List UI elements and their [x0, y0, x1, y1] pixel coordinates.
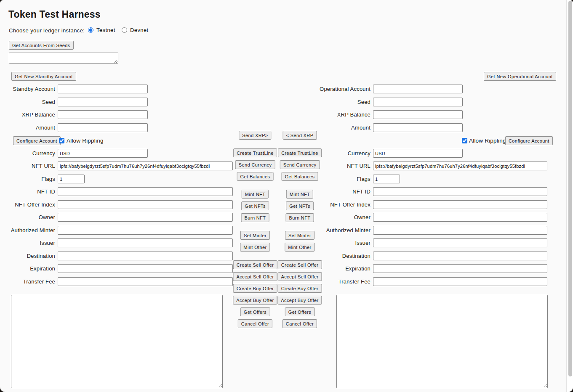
standby-flags-input[interactable]	[58, 175, 85, 183]
standby-nft-id-input[interactable]	[58, 187, 233, 196]
operational-accept-sell-offer-button[interactable]: Accept Sell Offer	[277, 272, 322, 281]
standby-allow-rippling-label: Allow Rippling	[67, 136, 104, 145]
operational-expiration-input[interactable]	[373, 264, 547, 273]
send-xrp-to-operational-button[interactable]: Send XRP>	[239, 131, 271, 140]
standby-xrp-balance-label: XRP Balance	[0, 110, 56, 119]
devnet-radio-input[interactable]	[122, 27, 127, 33]
standby-amount-input[interactable]	[58, 123, 148, 132]
operational-account-label: Operational Account	[273, 85, 372, 93]
standby-get-nfts-button[interactable]: Get NFTs	[241, 201, 269, 210]
standby-send-currency-button[interactable]: Send Currency	[235, 160, 275, 169]
standby-amount-label: Amount	[0, 123, 56, 132]
operational-transfer-fee-input[interactable]	[373, 277, 547, 286]
operational-seed-label: Seed	[273, 98, 372, 106]
standby-owner-label: Owner	[0, 213, 56, 222]
page-title: Token Test Harness	[8, 9, 101, 20]
operational-issuer-input[interactable]	[373, 238, 547, 247]
standby-transfer-fee-label: Transfer Fee	[0, 277, 56, 286]
operational-create-buy-offer-button[interactable]: Create Buy Offer	[278, 284, 322, 293]
standby-get-offers-button[interactable]: Get Offers	[240, 307, 270, 316]
operational-seed-input[interactable]	[373, 98, 463, 106]
standby-accept-buy-offer-button[interactable]: Accept Buy Offer	[233, 296, 277, 305]
standby-currency-input[interactable]	[58, 149, 148, 158]
standby-issuer-label: Issuer	[0, 238, 56, 247]
operational-create-sell-offer-button[interactable]: Create Sell Offer	[278, 260, 322, 269]
standby-create-buy-offer-button[interactable]: Create Buy Offer	[233, 284, 277, 293]
operational-mint-other-button[interactable]: Mint Other	[285, 243, 314, 252]
operational-get-offers-button[interactable]: Get Offers	[285, 307, 315, 316]
operational-owner-input[interactable]	[373, 213, 547, 222]
operational-destination-label: Destination	[273, 252, 372, 260]
vertical-scrollbar-thumb[interactable]	[568, 1, 572, 376]
standby-nft-url-label: NFT URL	[0, 162, 56, 170]
standby-burn-nft-button[interactable]: Burn NFT	[241, 213, 269, 222]
standby-cancel-offer-button[interactable]: Cancel Offer	[238, 319, 272, 328]
standby-flags-label: Flags	[0, 175, 56, 183]
standby-authorized-minter-label: Authorized Minter	[0, 226, 56, 235]
standby-xrp-balance-input[interactable]	[58, 110, 148, 119]
operational-flags-input[interactable]	[373, 175, 400, 183]
testnet-radio-label: Testnet	[96, 27, 115, 33]
operational-xrp-balance-label: XRP Balance	[273, 110, 372, 119]
standby-allow-rippling-checkbox[interactable]	[59, 138, 64, 143]
token-test-harness-page: Token Test Harness Choose your ledger in…	[0, 0, 573, 392]
operational-nft-offer-index-input[interactable]	[373, 200, 547, 209]
operational-allow-rippling-label: Allow Rippling	[469, 136, 506, 145]
operational-xrp-balance-input[interactable]	[373, 110, 463, 119]
standby-destination-input[interactable]	[58, 252, 233, 260]
standby-results-textarea[interactable]	[11, 295, 223, 388]
standby-currency-label: Currency	[0, 149, 56, 158]
seeds-textarea[interactable]	[9, 53, 118, 64]
operational-currency-input[interactable]	[373, 149, 463, 158]
standby-create-sell-offer-button[interactable]: Create Sell Offer	[233, 260, 277, 269]
operational-accept-buy-offer-button[interactable]: Accept Buy Offer	[277, 296, 322, 305]
devnet-radio-label: Devnet	[130, 27, 149, 33]
operational-destination-input[interactable]	[373, 252, 547, 260]
standby-mint-nft-button[interactable]: Mint NFT	[242, 190, 269, 199]
ledger-radio-testnet[interactable]: Testnet	[88, 27, 115, 33]
standby-account-label: Standby Account	[0, 85, 56, 93]
standby-nft-url-input[interactable]	[58, 162, 233, 170]
standby-set-minter-button[interactable]: Set Minter	[240, 231, 270, 240]
operational-account-input[interactable]	[373, 85, 463, 93]
get-new-operational-account-button[interactable]: Get New Operational Account	[484, 72, 556, 81]
standby-seed-label: Seed	[0, 98, 56, 106]
standby-issuer-input[interactable]	[58, 238, 233, 247]
standby-seed-input[interactable]	[58, 98, 148, 106]
get-new-standby-account-button[interactable]: Get New Standby Account	[11, 72, 76, 81]
ledger-instance-prompt: Choose your ledger instance:	[9, 27, 85, 34]
standby-account-input[interactable]	[58, 85, 148, 93]
standby-accept-sell-offer-button[interactable]: Accept Sell Offer	[233, 272, 277, 281]
standby-owner-input[interactable]	[58, 213, 233, 222]
standby-transfer-fee-input[interactable]	[58, 277, 233, 286]
send-xrp-to-standby-button[interactable]: < Send XRP	[283, 131, 317, 140]
operational-burn-nft-button[interactable]: Burn NFT	[286, 213, 314, 222]
operational-send-currency-button[interactable]: Send Currency	[280, 160, 320, 169]
operational-create-trustline-button[interactable]: Create TrustLine	[278, 148, 322, 157]
operational-get-balances-button[interactable]: Get Balances	[282, 172, 318, 181]
standby-get-balances-button[interactable]: Get Balances	[237, 172, 274, 181]
operational-cancel-offer-button[interactable]: Cancel Offer	[283, 319, 317, 328]
operational-mint-nft-button[interactable]: Mint NFT	[286, 190, 313, 199]
operational-set-minter-button[interactable]: Set Minter	[285, 231, 314, 240]
operational-amount-input[interactable]	[373, 123, 463, 132]
operational-get-nfts-button[interactable]: Get NFTs	[286, 201, 314, 210]
vertical-scrollbar-track[interactable]	[566, 0, 573, 392]
get-accounts-from-seeds-button[interactable]: Get Accounts From Seeds	[9, 41, 74, 50]
standby-authorized-minter-input[interactable]	[58, 226, 233, 235]
operational-nft-id-input[interactable]	[373, 187, 547, 196]
standby-mint-other-button[interactable]: Mint Other	[240, 243, 270, 252]
operational-results-textarea[interactable]	[336, 295, 548, 388]
standby-configure-account-button[interactable]: Configure Account	[13, 136, 61, 145]
standby-expiration-label: Expiration	[0, 264, 56, 273]
standby-expiration-input[interactable]	[58, 264, 233, 273]
operational-authorized-minter-input[interactable]	[373, 226, 547, 235]
operational-nft-url-input[interactable]	[373, 162, 547, 170]
standby-nft-offer-index-input[interactable]	[58, 200, 233, 209]
testnet-radio-input[interactable]	[88, 27, 93, 33]
operational-allow-rippling-checkbox[interactable]	[462, 138, 467, 143]
ledger-radio-devnet[interactable]: Devnet	[122, 27, 149, 33]
operational-configure-account-button[interactable]: Configure Account	[505, 136, 553, 145]
standby-create-trustline-button[interactable]: Create TrustLine	[233, 148, 277, 157]
standby-nft-id-label: NFT ID	[0, 187, 56, 196]
